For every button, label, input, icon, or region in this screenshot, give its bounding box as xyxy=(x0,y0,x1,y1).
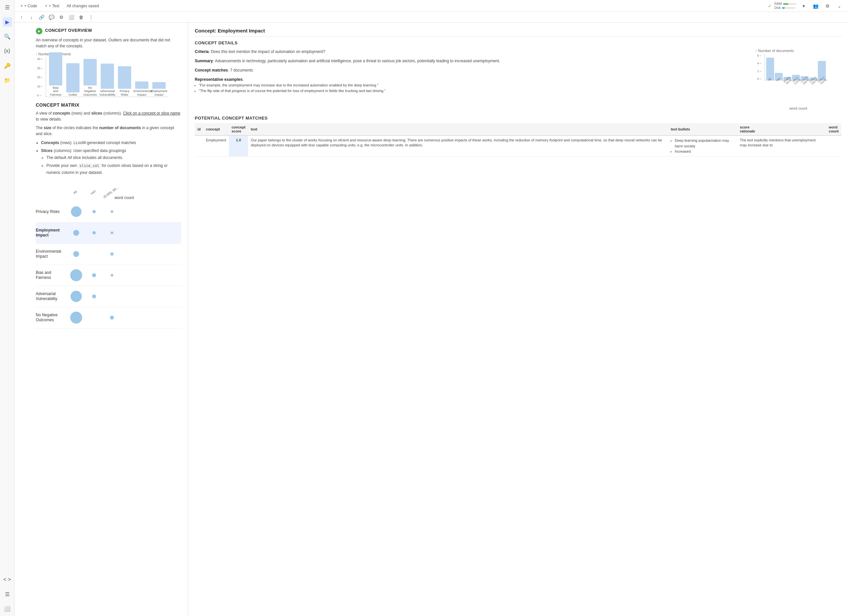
circle-privacy-range xyxy=(111,210,113,213)
col-text: text xyxy=(248,123,668,135)
move-up-button[interactable]: ↑ xyxy=(17,13,26,22)
potential-matches-table: id concept conceptscore text text bullet… xyxy=(195,123,841,157)
cell-concept: Employment xyxy=(203,135,229,156)
circle-no-negative-all xyxy=(70,312,82,324)
example-1: "For example, the unemployment may incre… xyxy=(199,83,749,88)
circle-employment-all xyxy=(73,230,79,236)
circle-employment-range xyxy=(111,231,113,234)
bar-outlier: Outlier xyxy=(65,63,81,97)
sidebar-icon-code[interactable]: < > xyxy=(3,575,12,584)
bar-no-negative: NoNegativeOutcomes xyxy=(82,59,98,97)
bar-outlier-rect xyxy=(66,63,80,92)
circles-environmental xyxy=(67,251,121,257)
cell-settings-button[interactable]: ⚙ xyxy=(57,13,65,22)
topbar-right: ✓ RAM Disk ▾ 👥 ⚙ ⌄ xyxy=(768,1,844,10)
concept-overview-header: ▶ CONCEPT OVERVIEW xyxy=(36,28,181,34)
expand-icon[interactable]: ⌄ xyxy=(835,1,844,10)
delete-button[interactable]: 🗑 xyxy=(77,13,86,22)
users-icon[interactable]: 👥 xyxy=(811,1,820,10)
criteria-label: Criteria xyxy=(195,49,209,54)
bold-size: size xyxy=(44,126,51,130)
sidebar-icon-extensions[interactable]: ⬜ xyxy=(3,604,12,613)
sidebar-icon-terminal[interactable]: ☰ xyxy=(3,589,12,599)
summary-row: Summary: Advancements in technology, par… xyxy=(195,58,749,64)
matrix-row-employment[interactable]: Employment Impact xyxy=(36,222,181,244)
text-label: + Text xyxy=(49,4,59,8)
sidebar-icon-run[interactable]: ▶ xyxy=(3,17,12,27)
matrix-row-environmental[interactable]: Environmental Impact xyxy=(36,244,181,265)
disk-label: Disk xyxy=(774,6,781,10)
desc-italic: Outliers xyxy=(108,38,122,42)
circle-bias-all xyxy=(70,269,82,281)
plus-code-icon: + xyxy=(21,4,23,8)
col-concept: concept xyxy=(203,123,229,135)
matches-label: Concept matches xyxy=(195,68,228,73)
circle-environmental-all xyxy=(73,251,79,257)
bar-adversarial-rect xyxy=(101,64,114,89)
mini-bar-chart xyxy=(765,54,827,80)
matrix-row-no-negative[interactable]: No Negative Outcomes xyxy=(36,307,181,329)
sidebar-icon-variables[interactable]: {x} xyxy=(3,46,12,56)
bold-num-docs: number of documents xyxy=(99,126,141,130)
click-concept-link[interactable]: Click on a concept or slice name xyxy=(123,111,180,116)
toolbar2: ↑ ↓ 🔗 💬 ⚙ ⬜ 🗑 ⋮ xyxy=(15,12,848,22)
sidebar-icon-keys[interactable]: 🔑 xyxy=(3,61,12,70)
check-icon: ✓ xyxy=(768,3,772,9)
circles-no-negative xyxy=(67,312,121,324)
move-down-button[interactable]: ↓ xyxy=(27,13,36,22)
circles-adversarial xyxy=(67,291,121,302)
matrix-row-adversarial[interactable]: Adversarial Vulnerability xyxy=(36,286,181,307)
word-count-label: word count xyxy=(115,195,134,200)
add-text-button[interactable]: + + Text xyxy=(43,3,61,9)
matrix-row-bias[interactable]: Bias and Fairness xyxy=(36,265,181,286)
dropdown-toggle[interactable]: ▾ xyxy=(799,1,808,10)
mini-y-axis: 6 – 4 – 2 – 0 – xyxy=(757,54,762,80)
col-bullets: text bullets xyxy=(668,123,737,135)
notebook-panel: ▶ CONCEPT OVERVIEW An overview of concep… xyxy=(29,22,188,616)
criteria-row: Criteria: Does this text mention the imp… xyxy=(195,49,749,55)
sidebar-icon-menu[interactable]: ☰ xyxy=(3,3,12,12)
add-code-button[interactable]: + + Code xyxy=(19,3,39,9)
cell-rationale: The text explicitly mentions that unempl… xyxy=(737,135,826,156)
bar-no-negative-rect xyxy=(83,59,97,86)
concept-adversarial-label: Adversarial Vulnerability xyxy=(36,292,67,302)
mini-word-count-label: word count xyxy=(755,106,841,110)
sidebar: ☰ ▶ 🔍 {x} 🔑 📁 < > ☰ ⬜ xyxy=(0,0,15,616)
sidebar-icon-folder[interactable]: 📁 xyxy=(3,76,12,85)
summary-label: Summary xyxy=(195,59,213,63)
comment-button[interactable]: 💬 xyxy=(47,13,56,22)
concept-employment-label: Employment Impact xyxy=(36,228,67,238)
code-label: + Code xyxy=(24,4,37,8)
more-options-button[interactable]: ⋮ xyxy=(87,13,95,22)
examples-list: "For example, the unemployment may incre… xyxy=(195,83,749,93)
col-score: conceptscore xyxy=(229,123,248,135)
mini-chart-area: ↑ Number of documents 6 – 4 – 2 – 0 – xyxy=(755,49,841,110)
ram-disk-info: RAM Disk xyxy=(774,2,796,10)
desc-plain: An overview of concepts in your dataset. xyxy=(36,38,108,42)
cell-wordcount xyxy=(826,135,841,156)
concept-environmental-label: Environmental Impact xyxy=(36,249,67,259)
circle-bias-nan xyxy=(92,273,96,277)
matrix-row-privacy[interactable]: Privacy Risks xyxy=(36,201,181,222)
matches-value: 7 documents xyxy=(230,68,253,73)
link-button[interactable]: 🔗 xyxy=(37,13,46,22)
concept-overview-title: CONCEPT OVERVIEW xyxy=(45,28,92,33)
mini-x-labels: All nan (8,999, 89.0) (89.0, 119.8) (119… xyxy=(766,81,841,95)
bar-privacy-rect xyxy=(118,66,131,89)
col-id: id xyxy=(195,123,203,135)
overview-chart: ↑ Number of documents 40 – 30 – 20 – 10 … xyxy=(36,52,181,97)
criteria-value: Does this text mention the impact of aut… xyxy=(211,49,326,54)
output-button[interactable]: ⬜ xyxy=(67,13,76,22)
sidebar-icon-search[interactable]: 🔍 xyxy=(3,32,12,41)
circles-employment xyxy=(67,230,121,236)
mini-chart-y-label: ↑ Number of documents xyxy=(755,49,841,53)
concept-matrix-desc1: A view of concepts (rows) and slices (co… xyxy=(36,110,181,122)
mini-bar-all xyxy=(766,58,774,80)
bar-bias: BiasandFairness xyxy=(47,52,64,97)
settings-icon[interactable]: ⚙ xyxy=(823,1,832,10)
y-axis-labels: 40 – 30 – 20 – 10 – 0 – xyxy=(37,57,43,97)
run-button[interactable]: ▶ xyxy=(36,28,42,34)
bar-environmental: EnvironmentalImpact xyxy=(133,81,150,97)
cell-id xyxy=(195,135,203,156)
cell-score: 1.0 xyxy=(229,135,248,156)
